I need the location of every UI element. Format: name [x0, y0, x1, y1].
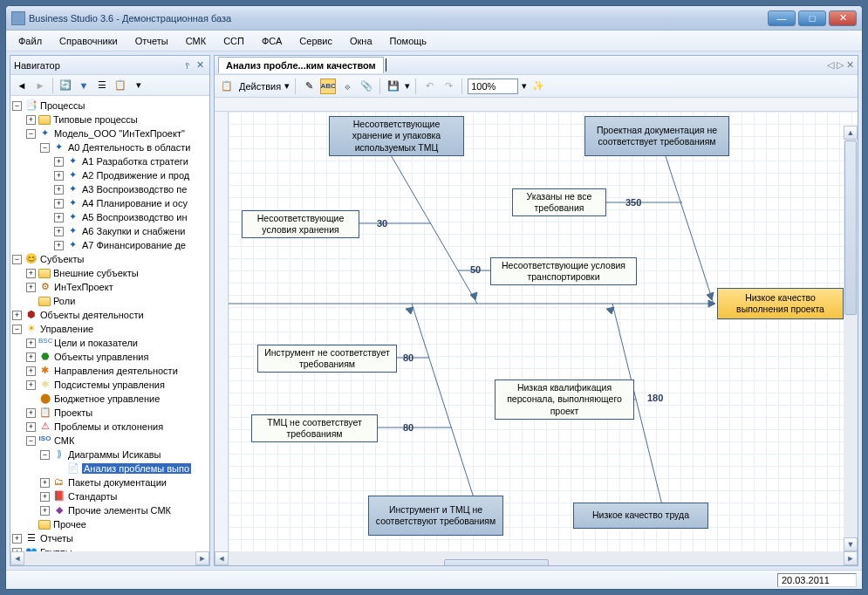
diagram-cat1[interactable]: Несоответствующие хранение и упаковка ис… — [329, 116, 464, 156]
weight-180: 180 — [647, 393, 663, 403]
tree-misc[interactable]: Прочее — [53, 519, 86, 530]
menu-windows[interactable]: Окна — [343, 33, 379, 49]
highlight-icon[interactable]: ⟐ — [339, 79, 355, 94]
tree-typical[interactable]: Типовые процессы — [53, 114, 138, 125]
canvas-vscroll[interactable]: ▲▼ — [844, 126, 858, 551]
navigator-panel: Навигатор ⫯ ✕ ◄ ► 🔄 ▼ ☰ 📋 ▾ −📑Процессы +… — [10, 55, 210, 566]
tree[interactable]: −📑Процессы +Типовые процессы −✦Модель_ОО… — [10, 96, 209, 551]
zoom-dd-icon[interactable]: ▾ — [522, 80, 527, 92]
tree-intex[interactable]: ИнТехПроект — [54, 282, 113, 292]
tree-a2[interactable]: А2 Продвижение и прод — [82, 170, 189, 181]
canvas-hscroll[interactable]: ◄► — [215, 551, 858, 565]
tab-close-icon[interactable]: ✕ — [846, 59, 854, 71]
menu-file[interactable]: Файл — [11, 33, 49, 49]
tree-other[interactable]: Прочие элементы СМК — [68, 505, 171, 516]
save-dd-icon[interactable]: ▾ — [405, 80, 410, 92]
navigator-title: Навигатор — [14, 60, 181, 71]
tree-a0[interactable]: А0 Деятельность в области — [68, 142, 190, 153]
window-title: Business Studio 3.6 - Демонстрационная б… — [29, 13, 768, 24]
filter-icon[interactable]: ▼ — [76, 78, 92, 93]
diagram-canvas[interactable]: Несоответствующие хранение и упаковка ис… — [229, 112, 858, 551]
tree-manage[interactable]: Управление — [40, 324, 93, 334]
diagram-cat4[interactable]: Низкое качество труда — [573, 503, 708, 529]
nav-hscroll[interactable]: ◄► — [10, 551, 209, 565]
weight-80b: 80 — [403, 422, 413, 433]
tree-roles[interactable]: Роли — [53, 296, 75, 306]
redo-icon: ↷ — [441, 79, 456, 94]
tree-a6[interactable]: А6 Закупки и снабжени — [82, 226, 185, 236]
status-date: 20.03.2011 — [777, 573, 857, 587]
menu-help[interactable]: Помощь — [383, 33, 434, 49]
tree-projects[interactable]: Проекты — [54, 407, 92, 418]
tab-prev-icon[interactable]: ◁ — [827, 59, 834, 71]
minimize-button[interactable]: — — [768, 10, 796, 26]
nav-back-icon[interactable]: ◄ — [14, 78, 30, 93]
menu-smk[interactable]: СМК — [179, 33, 213, 49]
tree-problems[interactable]: Проблемы и отклонения — [54, 421, 163, 432]
report-icon[interactable]: 📋 — [113, 78, 128, 93]
dd-icon[interactable]: ▾ — [131, 78, 147, 93]
menu-dict[interactable]: Справочники — [52, 33, 125, 49]
menu-fsa[interactable]: ФСА — [255, 33, 289, 49]
tree-goals[interactable]: Цели и показатели — [54, 338, 138, 348]
diagram-sub5[interactable]: ТМЦ не соответствует требованиям — [251, 414, 378, 442]
diagram-cat3[interactable]: Инструмент и ТМЦ не соответствуют требов… — [368, 496, 503, 536]
diagram-sub6[interactable]: Низкая квалификация персонала, выполняющ… — [495, 380, 634, 420]
menu-reports[interactable]: Отчеты — [128, 33, 175, 49]
tree-analysis[interactable]: Анализ проблемы выпо — [82, 463, 191, 474]
close-button[interactable]: ✕ — [829, 10, 857, 26]
diagram-sub3[interactable]: Несоответствующие условия транспортировк… — [490, 257, 637, 285]
tree-reports[interactable]: Отчеты — [40, 533, 73, 544]
diagram-sub2[interactable]: Указаны не все требования — [512, 188, 606, 216]
tree-model[interactable]: Модель_ООО "ИнТехПроект" — [54, 128, 185, 139]
document-tab[interactable]: Анализ пробле...ким качеством — [218, 57, 384, 73]
props-icon[interactable]: ☰ — [94, 78, 110, 93]
nav-refresh-icon[interactable]: 🔄 — [58, 78, 73, 93]
svg-line-3 — [412, 304, 477, 509]
tree-smk[interactable]: СМК — [54, 435, 74, 446]
tree-standards[interactable]: Стандарты — [68, 491, 117, 502]
tab-next-icon[interactable]: ▷ — [837, 59, 844, 71]
diagram-sub1[interactable]: Несоответствующие условия хранения — [242, 210, 359, 238]
content-panel: Анализ пробле...ким качеством ◁▷✕ 📋Дейст… — [214, 55, 858, 566]
nav-close-icon[interactable]: ✕ — [194, 59, 206, 71]
diagram-sub4[interactable]: Инструмент не соответствует требованиям — [257, 345, 397, 373]
tree-a5[interactable]: А5 Воспроизводство ин — [82, 212, 188, 222]
fit-icon[interactable]: ✨ — [530, 79, 546, 94]
tree-a7[interactable]: А7 Финансирование де — [82, 240, 186, 250]
tree-processes[interactable]: Процессы — [40, 100, 85, 111]
tree-subjects[interactable]: Субъекты — [40, 254, 84, 264]
tree-budget[interactable]: Бюджетное управление — [54, 393, 160, 404]
diagram-cat2[interactable]: Проектная документация не соответствует … — [584, 116, 729, 156]
maximize-button[interactable]: □ — [798, 10, 826, 26]
actions-dd-icon[interactable]: ▾ — [284, 80, 290, 92]
weight-350: 350 — [625, 197, 641, 208]
zoom-input[interactable] — [468, 79, 518, 94]
ruler-vertical — [215, 112, 229, 551]
menu-ssp[interactable]: ССП — [216, 33, 251, 49]
tree-ext[interactable]: Внешние субъекты — [53, 268, 139, 278]
menu-service[interactable]: Сервис — [292, 33, 339, 49]
save-icon[interactable]: 💾 — [386, 79, 401, 94]
titlebar[interactable]: Business Studio 3.6 - Демонстрационная б… — [6, 6, 862, 31]
menubar: Файл Справочники Отчеты СМК ССП ФСА Серв… — [6, 31, 862, 51]
tree-objman[interactable]: Объекты управления — [54, 352, 148, 362]
actions-menu[interactable]: Действия — [239, 81, 281, 92]
tree-ishikawa[interactable]: Диаграммы Исикавы — [68, 449, 161, 460]
pin-icon[interactable]: ⫯ — [181, 60, 194, 71]
attach-icon: 📎 — [359, 79, 374, 94]
nav-fwd-icon[interactable]: ► — [32, 78, 48, 93]
tree-a1[interactable]: А1 Разработка стратеги — [82, 156, 188, 167]
tree-directions[interactable]: Направления деятельности — [54, 366, 178, 376]
content-toolbar: 📋Действия▾ ✎ ABC ⟐ 📎 💾▾ ↶ ↷ ▾ ✨ — [215, 75, 858, 98]
tree-a3[interactable]: А3 Воспроизводство пе — [82, 184, 187, 195]
ruler-horizontal — [215, 98, 858, 112]
abc-icon[interactable]: ABC — [320, 79, 336, 94]
weight-80a: 80 — [403, 352, 413, 363]
tree-docs[interactable]: Пакеты документации — [68, 477, 167, 488]
tree-subsys[interactable]: Подсистемы управления — [54, 380, 165, 390]
tree-a4[interactable]: А4 Планирование и осу — [82, 198, 188, 209]
edit-icon[interactable]: ✎ — [301, 79, 317, 94]
tree-objects[interactable]: Объекты деятельности — [40, 310, 144, 320]
diagram-result[interactable]: Низкое качество выполнения проекта — [717, 288, 844, 319]
